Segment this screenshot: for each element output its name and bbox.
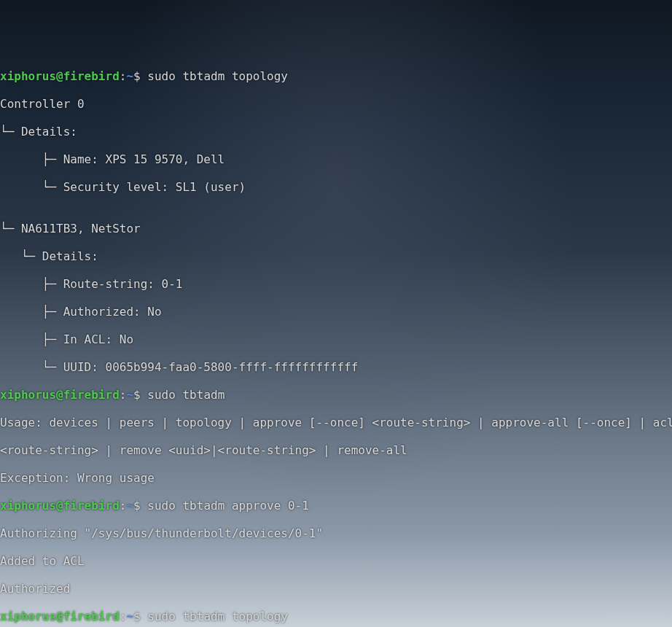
prompt-line: xiphorus@firebird:~$ sudo tbtadm topolog… [0, 610, 672, 623]
output-exception: Exception: Wrong usage [0, 471, 672, 485]
output-uuid: └─ UUID: 0065b994-faa0-5800-ffff-fffffff… [0, 360, 672, 374]
output-usage: <route-string> | remove <uuid>|<route-st… [0, 443, 672, 457]
command-topology: sudo tbtadm topology [147, 69, 288, 83]
command-approve: sudo tbtadm approve 0-1 [147, 499, 309, 513]
output-details: └─ Details: [0, 249, 672, 263]
prompt-host: firebird [63, 69, 120, 83]
output-device: └─ NA611TB3, NetStor [0, 222, 672, 235]
output-details: └─ Details: [0, 125, 672, 139]
prompt-line: xiphorus@firebird:~$ sudo tbtadm approve… [0, 499, 672, 513]
prompt-path: ~ [126, 69, 133, 83]
prompt-line: xiphorus@firebird:~$ sudo tbtadm topolog… [0, 69, 672, 83]
output-authorized: Authorized [0, 582, 672, 596]
command-topology: sudo tbtadm topology [147, 610, 288, 623]
terminal[interactable]: xiphorus@firebird:~$ sudo tbtadm topolog… [0, 55, 672, 627]
prompt-user: xiphorus [0, 69, 56, 83]
command-tbtadm: sudo tbtadm [147, 388, 224, 402]
output-added: Added to ACL [0, 554, 672, 568]
output-inacl: ├─ In ACL: No [0, 332, 672, 346]
output-name: ├─ Name: XPS 15 9570, Dell [0, 152, 672, 166]
output-controller: Controller 0 [0, 97, 672, 111]
output-seclevel: └─ Security level: SL1 (user) [0, 180, 672, 194]
output-route: ├─ Route-string: 0-1 [0, 277, 672, 291]
output-authorizing: Authorizing "/sys/bus/thunderbolt/device… [0, 526, 672, 540]
prompt-line: xiphorus@firebird:~$ sudo tbtadm [0, 388, 672, 402]
output-authorized: ├─ Authorized: No [0, 305, 672, 319]
output-usage: Usage: devices | peers | topology | appr… [0, 416, 672, 429]
watermark: @51CTO博客 [606, 607, 665, 621]
